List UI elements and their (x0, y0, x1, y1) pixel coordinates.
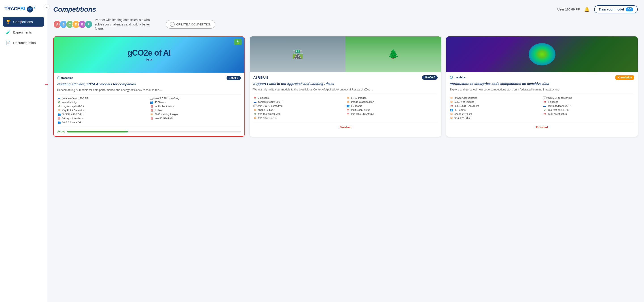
kp-icon: ✉ (57, 109, 61, 112)
tag-images-airbus: ✉5 723 images (346, 96, 438, 99)
sponsor-row-knowledge: ⬡ tracebloc Knowledge (450, 75, 634, 80)
multi-k-icon: ▤ (543, 112, 546, 115)
card-title-gco2: Building efficient, SOTA AI models for c… (57, 82, 241, 86)
collapse-button[interactable]: « (44, 4, 50, 10)
status-row-gco2: Active (57, 129, 241, 134)
notification-icon[interactable]: 🔔 (584, 7, 590, 12)
sidebar-item-label-competitions: Competitions (13, 20, 33, 24)
sidebar-item-experiments[interactable]: 🧪 Experiments (3, 27, 44, 37)
split-k-icon: ↺ (543, 108, 546, 111)
tag-ram-airbus: ▤min 10GB RAM/trng (346, 112, 438, 115)
card-gco2e[interactable]: 🍃 gCO2e of AI beta ⬡ tracebloc 1 000 € B… (53, 36, 245, 137)
gco2-title: gCO2e of AI (127, 48, 170, 58)
status-active-gco2: Active (57, 130, 241, 133)
cpu-k-icon: CPU (543, 96, 546, 99)
split-icon: ↺ (57, 105, 61, 108)
tag-kp-gco2: ✉Key Point Detection (57, 109, 148, 112)
create-competition-button[interactable]: + CREATE A COMPETITION (166, 20, 215, 28)
create-plus-icon: + (170, 22, 175, 27)
airbus-forest-img: 🌲 (346, 36, 441, 72)
card-body-gco2: ⬡ tracebloc 1 000 € Building efficient, … (54, 73, 244, 136)
tag-imgclass-airbus: ✉Image Classification (346, 100, 438, 103)
sidebar: TRACEBLOCβ « ↓ 🏆 Competitions 🧪 Experime… (0, 0, 47, 302)
classes-icon: ▤ (253, 96, 257, 99)
shape-airbus-icon: ✉ (253, 108, 257, 111)
card-airbus[interactable]: 🛣️ 🌲 AIRBUS 19 000 € Support Pilots in t… (250, 36, 442, 137)
trophy-icon: 🏆 (6, 19, 10, 24)
tag-cpu-airbus: CPUmin 5 CPU cores/trng (253, 104, 344, 107)
logo-text: TRACEBLOCβ (4, 6, 35, 12)
card-tags-airbus: ▤3 classes ✉5 723 images ▬compute/team: … (253, 96, 438, 119)
imgclass-icon: ✉ (346, 100, 350, 103)
header-right: User 100.00 PF 🔔 Train your model CO (558, 5, 638, 13)
multi-airbus-icon: ▤ (346, 108, 350, 111)
sidebar-item-label-documentation: Documentation (13, 41, 36, 45)
card-divider2-knowledge (450, 122, 634, 122)
tag-multi-k: ▤multi-client setup (543, 112, 634, 115)
card-tags-gco2: ▬compute/team: 200 PF CPUmin 5 CPU cores… (57, 97, 241, 124)
card-image-gco2: 🍃 gCO2e of AI beta (54, 37, 244, 73)
teams-k-icon: 👥 (450, 108, 453, 111)
card-knowledge[interactable]: ⬡ tracebloc Knowledge Introduction to en… (446, 36, 638, 137)
card-image-knowledge (446, 36, 638, 72)
user-balance: User 100.00 PF (558, 7, 580, 11)
sub-header: A B C D E F Partner with leading data sc… (53, 18, 638, 31)
ram-airbus-icon: ▤ (346, 112, 350, 115)
card-title-knowledge: Introduction to enterprise code competit… (450, 81, 634, 86)
create-btn-label: CREATE A COMPETITION (176, 23, 211, 26)
tag-size-airbus: ✉trng size 1.65GB (253, 116, 344, 119)
tag-shape-k: ✉shape 224x224 (450, 112, 541, 115)
tracebloc-dot: ⬡ (57, 76, 60, 80)
sustain-icon: ♻ (57, 101, 61, 104)
gpuram-icon: 👥 (57, 121, 61, 124)
sidebar-item-label-experiments: Experiments (13, 30, 32, 34)
airbus-road-img: 🛣️ (250, 36, 346, 72)
tag-trng-k: ✉5355 trng images (450, 100, 541, 103)
tag-ram-gco2: ▤min 50 GB RAM (150, 117, 240, 120)
compute-k-icon: ▬ (543, 104, 546, 107)
split-airbus-icon: ↺ (253, 112, 257, 115)
tag-split-airbus: ↺trng-test split 90/10 (253, 112, 344, 115)
gco2-beta: beta (146, 58, 152, 61)
gpu-icon: 👥 (57, 113, 61, 116)
avatar-6: F (84, 20, 92, 28)
tag-split-gco2: ↺trng-test split 81/19 (57, 105, 148, 108)
tag-teams-airbus: 👥86 Teams (346, 104, 438, 107)
heatmap-blob (528, 43, 556, 65)
tag-training-gco2: ✉6666 training images (150, 113, 240, 116)
tag-size-k: ✉trng size 53GB (450, 116, 541, 119)
sponsor-logo-knowledge: ⬡ tracebloc (450, 75, 466, 79)
progress-bar-bg (67, 131, 241, 132)
nav-items: 🏆 Competitions 🧪 Experiments 📄 Documenta… (0, 17, 47, 48)
sidebar-item-documentation[interactable]: 📄 Documentation (3, 38, 44, 47)
knowledge-badge: Knowledge (616, 75, 634, 80)
sponsor-name-knowledge: tracebloc (454, 76, 466, 79)
train-label: Train your model (598, 7, 624, 11)
card-title-airbus: Support Pilots in the Approach and Landi… (253, 81, 438, 86)
card-desc-gco2: Benchmarking AI models for both performa… (57, 88, 241, 92)
sidebar-item-competitions[interactable]: 🏆 Competitions (3, 17, 44, 26)
card-body-airbus: AIRBUS 19 000 € Support Pilots in the Ap… (250, 72, 442, 132)
images-icon: ✉ (346, 96, 350, 99)
classes-k-icon: ▤ (543, 100, 546, 103)
teams-icon: 👥 (150, 101, 154, 104)
teams-airbus-icon: 👥 (346, 104, 350, 107)
train-model-button[interactable]: Train your model CO (594, 5, 638, 13)
sponsor-row-airbus: AIRBUS 19 000 € (253, 75, 438, 80)
shape-k-icon: ✉ (450, 112, 453, 115)
tag-cpu-k: CPUmin 5 CPU cores/trng (543, 96, 634, 99)
tag-gpu-gco2: 👥NVIDIA A100 GPU (57, 113, 148, 116)
logo-beta: β (34, 6, 35, 9)
card-desc-airbus: We warmly invite your models to the pres… (253, 88, 438, 92)
progress-bar-fill (67, 131, 128, 132)
logo-area: TRACEBLOCβ (0, 3, 47, 17)
tag-gpuram-gco2: 👥80 GB 1 core GPU (57, 121, 148, 124)
tag-multi-airbus: ▤multi-client setup (346, 108, 438, 111)
prize-badge-airbus: 19 000 € (422, 75, 438, 80)
sponsor-row-gco2: ⬡ tracebloc 1 000 € (57, 76, 241, 80)
card-desc-knowledge: Explore and get a feel how code competit… (450, 88, 634, 92)
ram-icon: ▤ (150, 117, 154, 120)
training-icon: ✉ (150, 113, 154, 116)
sponsor-name-gco2: tracebloc (61, 76, 73, 79)
card-body-knowledge: ⬡ tracebloc Knowledge Introduction to en… (446, 72, 638, 132)
